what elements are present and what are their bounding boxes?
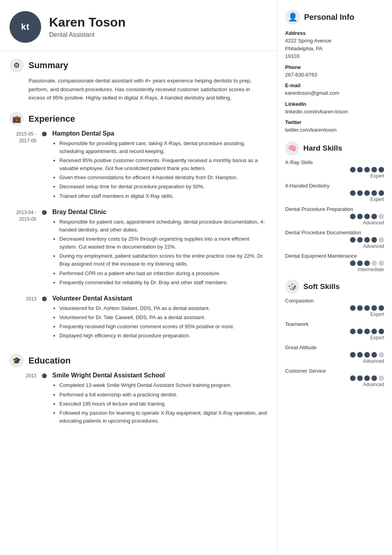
skill-name: Great Attitude <box>285 344 384 350</box>
timeline-dot-col <box>41 209 48 215</box>
list-item: Responsible for providing patient care, … <box>59 140 267 155</box>
skill-dot-filled <box>364 329 370 334</box>
soft-skills-items: CompassionExpertTeamworkExpertGreat Atti… <box>285 298 384 387</box>
timeline-bullets: Completed 13-week Smile Wright Dental As… <box>59 381 267 425</box>
skill-dot-filled <box>379 305 384 311</box>
personal-info-value: karentoson@gmail.com <box>285 89 384 97</box>
list-item: Received 95% positive customer comments.… <box>59 157 267 172</box>
skill-dot-empty <box>379 214 384 219</box>
timeline-date: 2013 <box>10 295 41 302</box>
skill-level: Expert <box>285 312 384 317</box>
skill-dot-filled <box>350 167 356 172</box>
skill-dot-filled <box>350 190 356 196</box>
personal-info-label: Phone <box>285 64 384 70</box>
skill-dot-filled <box>357 237 363 243</box>
personal-info-value: linkedin.com/in/karen-toson <box>285 108 384 116</box>
skill-dots <box>285 167 384 172</box>
education-section: 🎓 Education <box>0 348 277 368</box>
timeline-item: 2015-05 - 2017-06Hampton Dental SpaRespo… <box>10 130 267 201</box>
left-column: kt Karen Toson Dental Assistant ⚙ Summar… <box>0 0 277 555</box>
personal-info-value: 267-630-0763 <box>285 71 384 79</box>
summary-text: Passionate, compassionate dental assista… <box>29 77 267 102</box>
timeline-item: 2013Volunteer Dental AssistantVolunteere… <box>10 295 267 341</box>
timeline-date: 2015-05 - 2017-06 <box>10 130 41 144</box>
education-icon: 🎓 <box>10 354 24 368</box>
summary-title: Summary <box>29 60 68 71</box>
skill-dot-filled <box>379 167 384 172</box>
hard-skills-section: 🧠 Hard Skills X-Ray SkillsExpert4-Handed… <box>285 141 384 272</box>
skill-level: Expert <box>285 335 384 341</box>
skill-dot-filled <box>364 167 370 172</box>
summary-content: Passionate, compassionate dental assista… <box>29 78 251 101</box>
skill-dot-empty <box>379 352 384 358</box>
timeline-dot-col <box>41 295 48 301</box>
skill-dot-filled <box>379 329 384 334</box>
skill-dot-filled <box>371 190 377 196</box>
timeline-dot <box>42 373 47 378</box>
timeline-company: Bray Dental Clinic <box>52 209 267 216</box>
hard-skills-icon: 🧠 <box>285 141 299 155</box>
skill-item: Dental Procedure PreparationAdvanced <box>285 206 384 226</box>
skill-dot-filled <box>350 375 356 381</box>
skill-dots <box>285 214 384 219</box>
list-item: Volunteered for Dr. Tate Caswell, DDS, P… <box>59 314 267 322</box>
skill-dot-filled <box>350 214 356 219</box>
personal-info-field: Address4222 Spring Avenue Philadelphia, … <box>285 30 384 60</box>
timeline-dot <box>42 210 47 215</box>
skill-dots <box>285 237 384 243</box>
skill-dot-empty <box>379 237 384 243</box>
skill-dot-filled <box>371 375 377 381</box>
timeline-bullets: Volunteered for Dr. Ashton Siebert, DDS,… <box>59 304 267 340</box>
skill-dot-filled <box>364 260 370 266</box>
skill-item: Customer ServiceAdvanced <box>285 368 384 387</box>
skill-dot-filled <box>364 190 370 196</box>
personal-info-label: Address <box>285 30 384 36</box>
timeline-content: Smile Wright Dental Assistant SchoolComp… <box>52 372 267 426</box>
avatar-initials: kt <box>21 22 30 32</box>
skill-dot-filled <box>364 237 370 243</box>
skill-level: Advanced <box>285 382 384 387</box>
personal-info-title: Personal Info <box>304 13 354 22</box>
right-column: 👤 Personal Info Address4222 Spring Avenu… <box>277 0 392 555</box>
list-item: Performed a full externship with a pract… <box>59 391 267 399</box>
timeline-dot <box>42 132 47 136</box>
list-item: Frequently commended for reliability by … <box>59 279 267 287</box>
timeline-company: Smile Wright Dental Assistant School <box>52 372 267 379</box>
skill-name: Dental Equipment Maintenance <box>285 253 384 259</box>
personal-info-section: 👤 Personal Info Address4222 Spring Avenu… <box>285 10 384 134</box>
list-item: Followed my passion for learning to oper… <box>59 409 267 425</box>
experience-icon: 💼 <box>10 112 24 126</box>
skill-name: 4-Handed Dentistry <box>285 183 384 189</box>
personal-info-field: LinkedInlinkedin.com/in/karen-toson <box>285 101 384 116</box>
personal-info-field: Twittertwitter.com/karentoson <box>285 119 384 134</box>
skill-item: CompassionExpert <box>285 298 384 317</box>
timeline-date: 2013-04 - 2015-05 <box>10 209 41 223</box>
timeline-company: Volunteer Dental Assistant <box>52 295 267 302</box>
personal-info-icon: 👤 <box>285 10 300 25</box>
header-info: Karen Toson Dental Assistant <box>49 15 126 38</box>
hard-skills-header: 🧠 Hard Skills <box>285 141 384 155</box>
skill-dot-filled <box>350 260 356 266</box>
list-item: Volunteered for Dr. Ashton Siebert, DDS,… <box>59 304 267 312</box>
skill-level: Intermediate <box>285 267 384 272</box>
skill-dots <box>285 375 384 381</box>
timeline-content: Hampton Dental SpaResponsible for provid… <box>52 130 267 201</box>
education-title: Education <box>29 356 70 366</box>
skill-dot-filled <box>357 329 363 334</box>
skill-dot-filled <box>364 375 370 381</box>
list-item: Trained other staff members in digital X… <box>59 192 267 200</box>
skill-item: Dental Equipment MaintenanceIntermediate <box>285 253 384 272</box>
timeline-item: 2013-04 - 2015-05Bray Dental ClinicRespo… <box>10 209 267 288</box>
personal-info-value: 4222 Spring Avenue Philadelphia, PA 1910… <box>285 37 384 60</box>
skill-item: Dental Procedure DocumentationAdvanced <box>285 230 384 249</box>
skill-dots <box>285 305 384 311</box>
skill-dot-filled <box>357 305 363 311</box>
list-item: Given three commendations for efficient … <box>59 174 267 182</box>
skill-item: TeamworkExpert <box>285 321 384 341</box>
skill-level: Expert <box>285 173 384 179</box>
skill-dot-filled <box>357 167 363 172</box>
list-item: Decreased setup time for dental procedur… <box>59 183 267 191</box>
skill-name: Compassion <box>285 298 384 304</box>
skill-dot-filled <box>357 190 363 196</box>
skill-dot-filled <box>350 305 356 311</box>
